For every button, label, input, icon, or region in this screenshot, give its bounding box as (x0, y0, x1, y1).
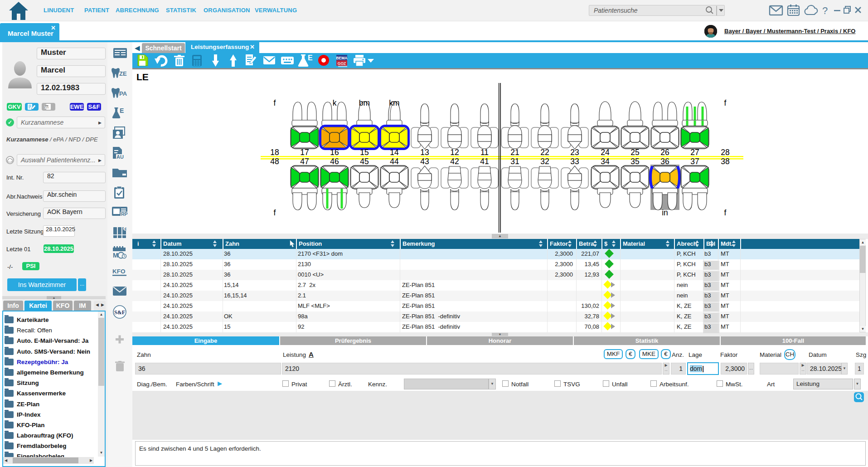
svg-text:27: 27 (690, 148, 699, 157)
svg-text:f: f (724, 208, 727, 217)
svg-text:41: 41 (480, 157, 489, 166)
svg-text:28: 28 (721, 148, 729, 157)
svg-text:BEMA: BEMA (336, 56, 347, 60)
svg-text:42: 42 (450, 157, 459, 166)
svg-text:km: km (389, 98, 399, 107)
svg-text:13: 13 (420, 148, 429, 157)
svg-text:47: 47 (300, 157, 309, 166)
svg-text:f: f (274, 208, 276, 217)
svg-text:31: 31 (510, 157, 519, 166)
svg-text:18: 18 (270, 148, 279, 157)
svg-text:43: 43 (420, 157, 429, 166)
svg-text:45: 45 (360, 157, 369, 166)
svg-text:f: f (724, 98, 727, 107)
svg-text:12: 12 (450, 148, 459, 157)
svg-text:AU: AU (116, 154, 124, 160)
svg-text:37: 37 (690, 157, 699, 166)
svg-text:RP: RP (121, 211, 128, 217)
svg-text:17: 17 (300, 148, 309, 157)
svg-text:34: 34 (601, 157, 610, 166)
svg-text:14: 14 (390, 148, 399, 157)
svg-text:W: W (45, 105, 48, 109)
svg-text:11: 11 (480, 148, 489, 157)
svg-text:25: 25 (630, 148, 639, 157)
svg-text:€: € (124, 227, 126, 231)
svg-text:ZE: ZE (119, 70, 127, 77)
svg-text:24: 24 (601, 148, 610, 157)
svg-text:M: M (113, 252, 118, 259)
svg-text:in: in (662, 208, 668, 217)
svg-text:48: 48 (270, 157, 279, 166)
svg-text:S&F: S&F (114, 309, 125, 316)
svg-text:E: E (308, 54, 313, 62)
svg-text:?: ? (822, 5, 828, 16)
svg-text:k: k (333, 98, 337, 107)
svg-text:38: 38 (721, 157, 729, 166)
svg-text:21: 21 (510, 148, 519, 157)
svg-text:33: 33 (570, 157, 579, 166)
svg-text:26: 26 (660, 148, 669, 157)
svg-text:16: 16 (330, 148, 339, 157)
svg-text:23: 23 (570, 148, 579, 157)
svg-text:46: 46 (330, 157, 339, 166)
svg-text:KFO: KFO (112, 268, 126, 275)
svg-text:36: 36 (660, 157, 669, 166)
svg-text:E: E (120, 107, 124, 114)
svg-text:GOZ: GOZ (338, 61, 346, 66)
svg-text:f: f (274, 98, 276, 107)
svg-text:PA: PA (119, 90, 127, 97)
svg-text:32: 32 (540, 157, 549, 166)
svg-text:15: 15 (360, 148, 369, 157)
svg-text:35: 35 (630, 157, 639, 166)
svg-text:44: 44 (390, 157, 399, 166)
svg-text:bm: bm (359, 98, 370, 107)
svg-text:22: 22 (540, 148, 549, 157)
